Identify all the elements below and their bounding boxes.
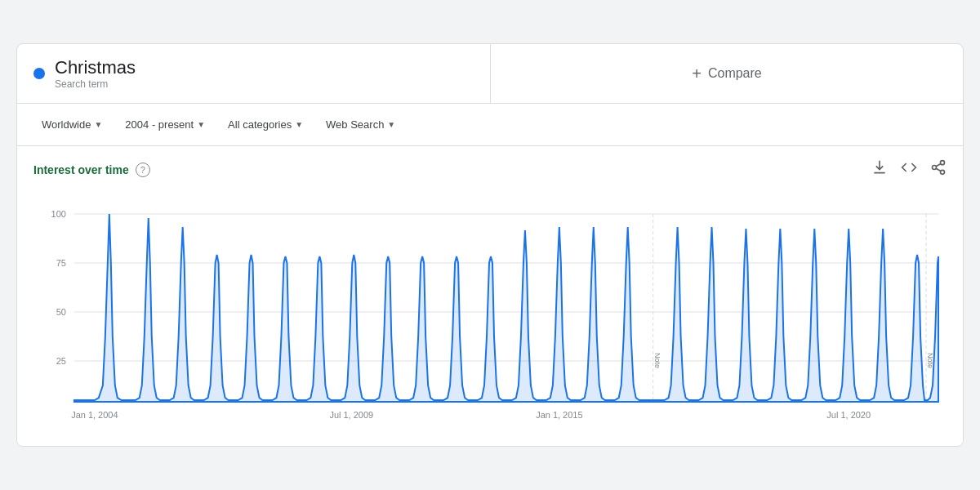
chart-title: Interest over time xyxy=(33,163,129,176)
note-label-1: Note xyxy=(653,353,662,368)
compare-button[interactable]: + Compare xyxy=(491,44,963,103)
region-filter[interactable]: Worldwide ▼ xyxy=(33,114,110,136)
filter-row: Worldwide ▼ 2004 - present ▼ All categor… xyxy=(17,104,963,146)
search-term-row: Christmas Search term + Compare xyxy=(17,44,963,104)
svg-line-4 xyxy=(936,163,941,166)
time-chevron-icon: ▼ xyxy=(197,120,205,129)
christmas-trend-area xyxy=(74,214,938,402)
svg-point-0 xyxy=(941,161,945,165)
main-container: Christmas Search term + Compare Worldwid… xyxy=(16,43,964,447)
download-icon[interactable] xyxy=(871,159,888,180)
time-label: 2004 - present xyxy=(125,118,194,131)
category-filter[interactable]: All categories ▼ xyxy=(220,114,311,136)
chart-header: Interest over time ? xyxy=(33,159,947,180)
region-label: Worldwide xyxy=(42,118,91,131)
share-icon[interactable] xyxy=(930,159,947,180)
trend-chart: 100 75 50 25 Note Note Jan 1, 2004 Jul 1… xyxy=(33,189,947,434)
y-label-100: 100 xyxy=(51,209,66,219)
compare-label: Compare xyxy=(708,66,762,81)
svg-point-2 xyxy=(941,170,945,174)
chart-actions xyxy=(871,159,947,180)
x-label-2004: Jan 1, 2004 xyxy=(71,410,118,420)
search-term-block: Christmas Search term xyxy=(17,44,491,103)
x-label-2015: Jan 1, 2015 xyxy=(536,410,582,420)
term-info: Christmas Search term xyxy=(55,57,136,90)
region-chevron-icon: ▼ xyxy=(94,120,102,129)
help-symbol: ? xyxy=(140,165,145,175)
compare-plus-icon: + xyxy=(692,65,702,83)
chart-section: Interest over time ? xyxy=(17,146,963,446)
embed-code-icon[interactable] xyxy=(901,159,917,180)
time-filter[interactable]: 2004 - present ▼ xyxy=(117,114,213,136)
search-type-label: Web Search xyxy=(326,118,384,131)
x-label-2020: Jul 1, 2020 xyxy=(826,410,871,420)
term-name: Christmas xyxy=(55,57,136,78)
term-dot xyxy=(33,68,45,79)
category-label: All categories xyxy=(228,118,292,131)
term-label: Search term xyxy=(55,78,136,90)
y-label-25: 25 xyxy=(56,356,66,366)
y-label-50: 50 xyxy=(56,307,66,317)
category-chevron-icon: ▼ xyxy=(295,120,303,129)
chart-wrapper: 100 75 50 25 Note Note Jan 1, 2004 Jul 1… xyxy=(33,189,947,438)
chart-title-row: Interest over time ? xyxy=(33,163,150,177)
search-type-chevron-icon: ▼ xyxy=(387,120,395,129)
svg-point-1 xyxy=(933,166,937,170)
help-icon[interactable]: ? xyxy=(136,163,150,177)
x-label-2009: Jul 1, 2009 xyxy=(329,410,373,420)
search-type-filter[interactable]: Web Search ▼ xyxy=(318,114,403,136)
svg-line-3 xyxy=(936,168,941,171)
y-label-75: 75 xyxy=(56,258,66,268)
